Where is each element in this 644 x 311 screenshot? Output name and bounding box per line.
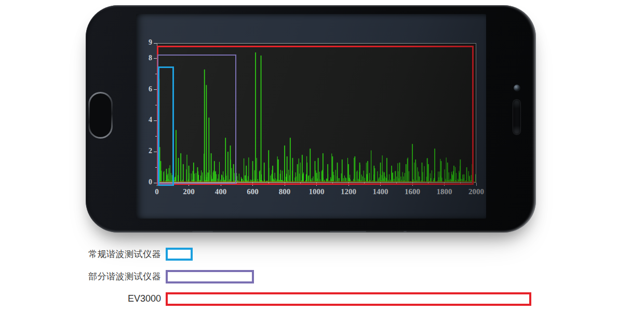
speaker-icon — [513, 100, 520, 134]
legend: 常规谐波测试仪器 部分谐波测试仪器 EV3000 — [78, 247, 531, 306]
x-tick-label: 1400 — [366, 187, 395, 196]
microphone-hole-icon — [404, 231, 407, 232]
y-tick-label: 6 — [137, 85, 152, 93]
x-tick-label: 1000 — [302, 187, 331, 196]
page: 0200400600800100012001400160018002000024… — [0, 0, 644, 311]
y-tick-label: 9 — [137, 38, 152, 47]
legend-label-partial: 部分谐波测试仪器 — [78, 271, 161, 282]
y-tick-label: 4 — [137, 116, 152, 124]
x-tick-label: 1200 — [334, 187, 363, 196]
legend-row-partial: 部分谐波测试仪器 — [78, 269, 531, 283]
y-tick — [154, 43, 157, 44]
antenna-line — [330, 231, 366, 232]
x-tick-label: 1600 — [398, 187, 427, 196]
x-tick-label: 0 — [142, 187, 171, 196]
phone-screen: 0200400600800100012001400160018002000024… — [136, 14, 486, 219]
x-tick-label: 1800 — [430, 187, 459, 196]
legend-row-ev3000: EV3000 — [78, 292, 531, 306]
overlay-常规谐波测试仪器 — [158, 66, 174, 186]
legend-row-conventional: 常规谐波测试仪器 — [78, 247, 531, 261]
legend-label-ev3000: EV3000 — [78, 293, 161, 304]
y-tick-label: 2 — [137, 147, 152, 155]
x-tick — [476, 183, 477, 186]
y-tick-label: 8 — [137, 54, 152, 62]
x-tick-label: 600 — [238, 187, 267, 196]
antenna-line — [192, 231, 213, 232]
home-button — [88, 92, 113, 139]
x-tick-label: 400 — [206, 187, 235, 196]
legend-swatch-cyan — [166, 248, 193, 261]
legend-swatch-red — [166, 292, 531, 306]
legend-label-conventional: 常规谐波测试仪器 — [78, 248, 161, 260]
camera-icon — [514, 85, 520, 91]
x-tick-label: 200 — [175, 187, 204, 196]
plot-area: 0200400600800100012001400160018002000024… — [157, 43, 476, 183]
x-tick-label: 800 — [270, 187, 299, 196]
phone-frame: 0200400600800100012001400160018002000024… — [86, 5, 536, 233]
y-tick-label: 0 — [137, 178, 152, 186]
legend-swatch-purple — [166, 270, 254, 283]
x-tick-label: 2000 — [462, 187, 486, 196]
